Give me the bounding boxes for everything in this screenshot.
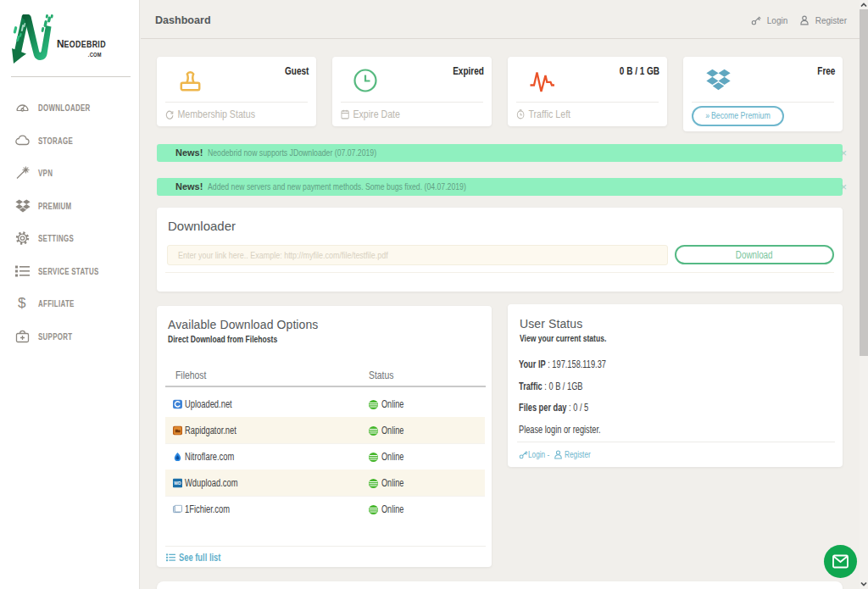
svg-text:WD: WD [174, 481, 181, 486]
